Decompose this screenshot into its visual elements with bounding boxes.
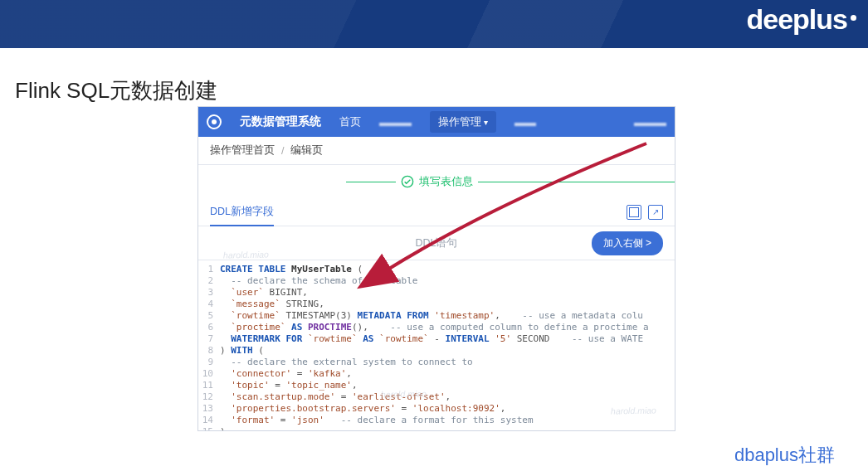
line-gutter: 123456789101112131415 (198, 260, 217, 431)
nav-item-blurred-3[interactable]: ▬▬▬ (634, 116, 666, 129)
brand-dot-icon (851, 15, 856, 21)
breadcrumb: 操作管理首页 / 编辑页 (198, 137, 675, 165)
expand-icon[interactable] (648, 205, 663, 220)
brand-logo: deeplus (747, 3, 856, 36)
code-body: CREATE TABLE MyUserTable ( -- declare th… (217, 260, 675, 431)
chevron-down-icon: ▾ (484, 118, 488, 127)
breadcrumb-current: 编辑页 (290, 143, 323, 158)
footer-watermark: dbaplus社群 (734, 443, 835, 468)
collapse-icon[interactable] (627, 205, 641, 220)
nav-item-blurred-2[interactable]: ▬▬ (514, 116, 536, 129)
ddl-header-row: DDL语句 加入右侧 > (198, 226, 675, 260)
app-screenshot: 元数据管理系统 首页 ▬▬▬ 操作管理 ▾ ▬▬ ▬▬▬ 操作管理首页 / 编辑… (197, 106, 675, 431)
tab-ddl-add-field[interactable]: DDL新增字段 (210, 198, 274, 226)
app-logo-icon (207, 114, 222, 129)
step-label: 填写表信息 (396, 174, 478, 189)
nav-ops-mgmt-label: 操作管理 (438, 114, 481, 129)
app-name: 元数据管理系统 (240, 114, 321, 129)
code-editor[interactable]: 123456789101112131415 CREATE TABLE MyUse… (198, 260, 675, 431)
nav-item-blurred-1[interactable]: ▬▬▬ (379, 116, 412, 129)
ddl-center-label: DDL语句 (415, 236, 457, 250)
brand-text: deeplus (747, 3, 847, 36)
nav-ops-mgmt[interactable]: 操作管理 ▾ (430, 111, 496, 133)
tab-row: DDL新增字段 (198, 198, 675, 226)
svg-point-0 (402, 176, 412, 187)
step-label-text: 填写表信息 (419, 174, 473, 189)
step-indicator: 填写表信息 (198, 165, 675, 198)
add-to-right-label: 加入右侧 > (603, 236, 651, 250)
app-header-bar: 元数据管理系统 首页 ▬▬▬ 操作管理 ▾ ▬▬ ▬▬▬ (198, 107, 675, 137)
slide-title: Flink SQL元数据创建 (15, 76, 217, 105)
breadcrumb-root[interactable]: 操作管理首页 (210, 143, 275, 158)
nav-home[interactable]: 首页 (339, 114, 361, 129)
check-circle-icon (401, 175, 414, 188)
add-to-right-button[interactable]: 加入右侧 > (592, 231, 663, 255)
breadcrumb-separator: / (281, 145, 284, 157)
top-banner: deeplus (0, 0, 868, 48)
